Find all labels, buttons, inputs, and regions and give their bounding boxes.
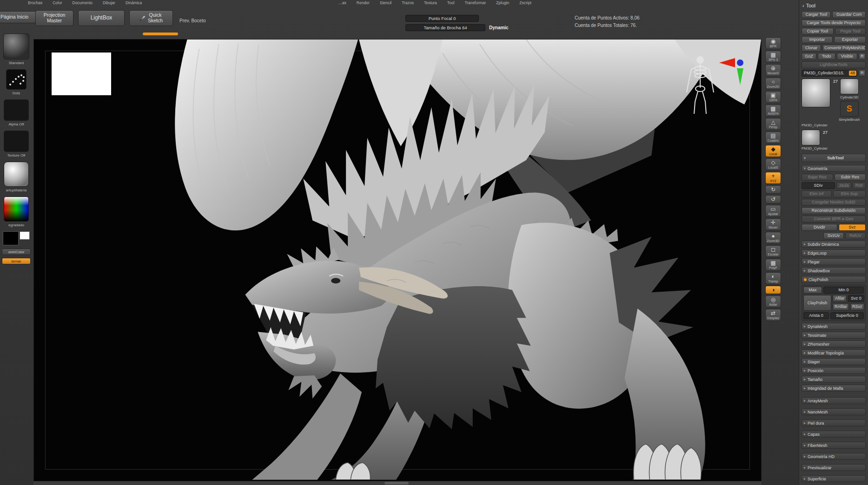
alpha-thumbnail[interactable] bbox=[4, 99, 29, 121]
shelf-button[interactable]: ◻ Escalar bbox=[765, 245, 781, 257]
active-tool-slider[interactable]: PM3D_Cylinder3D15. 48 bbox=[802, 70, 857, 77]
shelf-button[interactable]: ▣ 100% bbox=[765, 91, 781, 103]
shelf-button[interactable]: ▤ Cuadríc bbox=[765, 131, 781, 144]
dynamic-label[interactable]: Dynamic bbox=[489, 25, 509, 30]
make-polymesh-button[interactable]: Convertir PolyMesh3D bbox=[822, 45, 866, 52]
material-thumbnail[interactable] bbox=[4, 162, 29, 187]
alternar-button[interactable]: ternar bbox=[2, 258, 31, 264]
main-color-swatch[interactable] bbox=[3, 231, 19, 245]
panel-section-header[interactable]: ▸ EdgeLoop bbox=[802, 249, 866, 256]
shelf-button[interactable]: ◎ Asilar bbox=[765, 295, 781, 308]
del-lower-button[interactable]: Elim Inf bbox=[802, 190, 832, 197]
panel-section-header[interactable]: ▸ Plegar bbox=[802, 258, 866, 265]
lightbox-button[interactable]: LightBox bbox=[78, 10, 125, 26]
menu-item[interactable]: Tool bbox=[447, 0, 455, 5]
menu-item[interactable]: Zplugin bbox=[496, 0, 509, 5]
menu-item[interactable]: Trazos bbox=[402, 0, 414, 5]
panel-section-header[interactable]: ▸ FiberMesh bbox=[802, 442, 866, 449]
shelf-button[interactable]: ▩ AA50% bbox=[765, 105, 781, 117]
shelf-button[interactable]: + XYZ bbox=[765, 172, 781, 184]
projection-master-button[interactable]: Projection Master bbox=[35, 10, 73, 26]
geometry-section-header[interactable]: ▾ Geometría bbox=[802, 165, 866, 172]
shelf-button[interactable]: ◐ Transp bbox=[765, 272, 781, 284]
texture-thumbnail[interactable] bbox=[4, 131, 29, 152]
menu-item[interactable]: Textura bbox=[424, 0, 437, 5]
menu-item[interactable]: Zscript bbox=[519, 0, 531, 5]
clay-sharpen-button[interactable]: Afilar bbox=[833, 295, 847, 302]
panel-section-header[interactable]: ▸ Tamaño bbox=[802, 376, 866, 383]
cylinder3d-thumbnail[interactable] bbox=[840, 79, 859, 94]
menu-item[interactable]: Transformar bbox=[464, 0, 486, 5]
shelf-button[interactable]: ↺ bbox=[765, 195, 781, 203]
shelf-button[interactable]: ▦ PolyF bbox=[765, 259, 781, 271]
brush-size-slider[interactable]: Tamaño de Brocha 64 bbox=[405, 24, 485, 31]
color-picker-gradient[interactable] bbox=[4, 197, 29, 222]
goz-visible-button[interactable]: Visible bbox=[837, 53, 857, 60]
reluv-button[interactable]: RelUV bbox=[845, 232, 866, 239]
panel-section-header[interactable]: ▸ ZRemesher bbox=[802, 341, 866, 347]
panel-section-header[interactable]: ▸ Geometría HD bbox=[802, 453, 866, 460]
quick-sketch-button[interactable]: Quick Sketch bbox=[129, 10, 173, 26]
smt-slider[interactable]: Svz bbox=[839, 224, 866, 231]
panel-section-header[interactable]: ▸ Posición bbox=[802, 367, 866, 374]
panel-section-header[interactable]: ▸ Tessimate bbox=[802, 332, 866, 339]
goz-r-button[interactable]: R bbox=[859, 53, 866, 60]
menu-item[interactable]: Documento bbox=[73, 0, 93, 5]
clay-surface-slider[interactable]: Superficie 0 bbox=[830, 312, 864, 319]
load-tool-button[interactable]: Cargar Tool bbox=[802, 11, 831, 18]
clay-resmooth-button[interactable]: RSvz bbox=[850, 303, 864, 310]
panel-section-header[interactable]: ▸ Piel dura bbox=[802, 419, 866, 426]
prev-sketch-label[interactable]: Prev. Boceto bbox=[178, 18, 208, 24]
current-brush-thumbnail[interactable] bbox=[3, 33, 29, 59]
tool-r-button[interactable]: R bbox=[859, 70, 866, 77]
goz-button[interactable]: GoZ bbox=[802, 53, 816, 60]
shelf-button[interactable]: ◆ Local bbox=[765, 145, 781, 157]
sdiv-slider[interactable]: SDiv bbox=[802, 182, 835, 189]
panel-section-header[interactable]: ▸ Capas bbox=[802, 431, 866, 438]
panel-section-header[interactable]: ▸ ShadowBox bbox=[802, 267, 866, 274]
second-tool-thumbnail[interactable] bbox=[802, 130, 820, 145]
secondary-color-swatch[interactable] bbox=[20, 231, 30, 240]
panel-section-header[interactable]: ▸ Subdiv Dinámica bbox=[802, 241, 866, 248]
shelf-button[interactable]: ⊕ MoverD bbox=[765, 64, 781, 76]
clay-min-slider[interactable]: Min 0 bbox=[823, 287, 864, 294]
panel-section-header[interactable]: ▸ Modificar Topología bbox=[802, 349, 866, 356]
load-from-project-button[interactable]: Cargar Tools desde Proyecto bbox=[802, 20, 866, 26]
stroke-thumbnail[interactable] bbox=[6, 69, 27, 90]
shelf-button[interactable]: ▦ SPix 3 bbox=[765, 51, 781, 63]
claypolish-button[interactable]: ClayPolish bbox=[803, 295, 831, 311]
menu-item[interactable]: Dinámica bbox=[126, 0, 142, 5]
menu-item[interactable]: Brochas bbox=[28, 0, 42, 5]
claypolish-section-header[interactable]: ClayPolish bbox=[802, 276, 866, 283]
orientation-gizmo[interactable] bbox=[719, 52, 756, 94]
sculpt-canvas[interactable] bbox=[33, 39, 762, 481]
convert-bpr-button[interactable]: Convertir BPR a Geo bbox=[802, 216, 866, 223]
lower-res-button[interactable]: Bajar Res bbox=[802, 174, 833, 181]
export-button[interactable]: Exportar bbox=[834, 36, 866, 43]
fromcolor-button[interactable]: onmColor bbox=[2, 249, 31, 255]
menu-item[interactable]: Render bbox=[357, 0, 370, 5]
shelf-button[interactable]: △ Persp bbox=[765, 118, 781, 130]
divide-button[interactable]: Dividir bbox=[802, 224, 837, 231]
higher-res-button[interactable]: Subir Res bbox=[835, 174, 866, 181]
home-button[interactable]: Página Inicio bbox=[0, 11, 36, 23]
horizontal-scrollbar[interactable] bbox=[384, 482, 409, 485]
import-button[interactable]: Importar bbox=[802, 36, 833, 43]
panel-section-header[interactable]: ▸ Integridad de Malla bbox=[802, 385, 866, 392]
shelf-button[interactable]: ⇄ Desplaz bbox=[765, 309, 781, 321]
panel-section-header[interactable]: ▸ Superficie bbox=[802, 475, 866, 482]
shelf-button[interactable]: ○ Zoom2D bbox=[765, 78, 781, 90]
tool-palette-header[interactable]: ‹ Tool bbox=[802, 3, 866, 8]
copy-tool-button[interactable]: Copiar Tool bbox=[802, 28, 834, 35]
del-higher-button[interactable]: Elim Sup bbox=[833, 190, 866, 197]
focal-point-slider[interactable]: Punto Focal 0 bbox=[405, 15, 479, 22]
freeze-subd-button[interactable]: Congelar Niveles SubD bbox=[802, 199, 866, 206]
paste-tool-button[interactable]: Pegar Tool bbox=[835, 28, 866, 35]
clay-resharpen-button[interactable]: RAfilar bbox=[833, 303, 849, 310]
shelf-button[interactable]: ◉ BPR bbox=[765, 37, 781, 49]
panel-section-header[interactable]: ▸ ArrayMesh bbox=[802, 397, 866, 404]
simplebrush-thumbnail[interactable]: S bbox=[840, 101, 859, 117]
shelf-button[interactable]: ◇ LocalS bbox=[765, 158, 781, 170]
shelf-button[interactable]: ◑ bbox=[765, 286, 781, 294]
menu-item[interactable]: …as bbox=[338, 0, 346, 5]
